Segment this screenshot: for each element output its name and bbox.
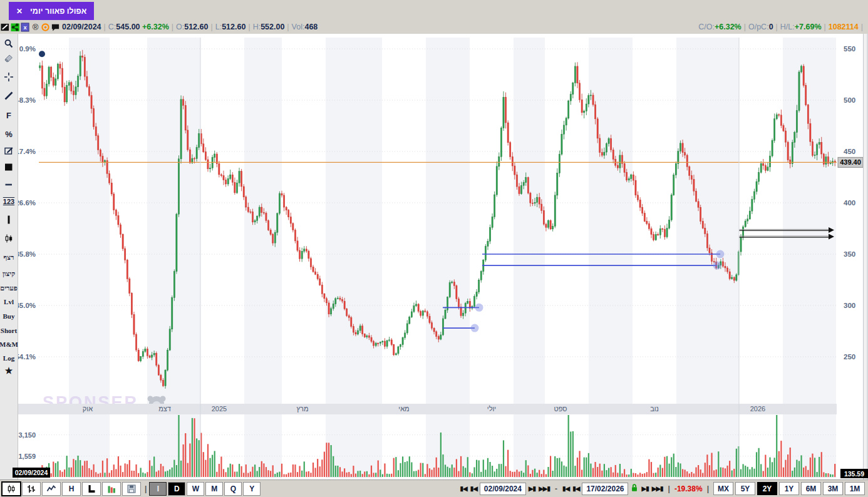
svg-text:450: 450 xyxy=(844,148,855,155)
sidebar-item-mm[interactable]: M&M xyxy=(0,337,18,351)
sidebar-item-levels[interactable]: Lvl xyxy=(0,295,18,309)
stat-label: O/pC: xyxy=(748,23,769,31)
sidebar-item-log-scale[interactable]: Log xyxy=(0,351,18,365)
svg-text:★: ★ xyxy=(5,366,13,376)
sidebar-item-eraser[interactable] xyxy=(0,52,18,66)
range-3m-button[interactable]: 3M xyxy=(823,482,843,495)
sidebar-item-fibonacci[interactable]: F xyxy=(0,108,18,122)
range-1m-button[interactable]: 1M xyxy=(845,482,865,495)
field-separator: | xyxy=(284,23,291,31)
period-m-button[interactable]: M xyxy=(205,482,223,496)
ohlc-bars-button[interactable] xyxy=(22,482,41,496)
save-button[interactable] xyxy=(122,482,141,496)
svg-text:יולי: יולי xyxy=(487,405,496,412)
period-d-button[interactable]: D xyxy=(168,482,185,496)
skip-to-end-icon[interactable]: ▶▶▮ xyxy=(651,485,664,492)
close-icon[interactable]: ✕ xyxy=(16,7,23,16)
excel-icon[interactable]: x xyxy=(21,23,30,32)
registered-icon[interactable]: ® xyxy=(31,23,40,32)
stat-label: C/O: xyxy=(698,23,715,31)
svg-text:מאי: מאי xyxy=(398,405,409,412)
sidebar-item-horizontal-line[interactable] xyxy=(0,178,18,192)
svg-text:400: 400 xyxy=(844,199,855,207)
sidebar-item-gaps[interactable]: פערים xyxy=(0,281,18,295)
range-1y-button[interactable]: 1Y xyxy=(779,482,799,495)
svg-text:250: 250 xyxy=(844,353,855,361)
sidebar-item-vertical-line[interactable] xyxy=(0,213,18,227)
candlestick-button[interactable] xyxy=(1,481,21,496)
range-mx-button[interactable]: MX xyxy=(713,482,733,495)
line-chart-button[interactable] xyxy=(42,482,61,496)
stat-value: 0 xyxy=(769,23,773,31)
x-axis-band: אוקדצמ2025מרץמאייוליספטנוב2026 xyxy=(18,404,837,414)
svg-text:אוק: אוק xyxy=(83,405,93,412)
step-forward-icon[interactable]: ▶▮ xyxy=(528,485,536,492)
sidebar-item-buy[interactable]: Buy xyxy=(0,309,18,323)
axis-min-tag: 135.59 xyxy=(840,469,868,478)
bricks-button[interactable] xyxy=(82,482,101,496)
sidebar-item-numbers[interactable]: 123 xyxy=(0,195,18,208)
sidebar-item-color-swatch[interactable] xyxy=(0,161,18,175)
sidebar-item-short[interactable]: Short xyxy=(0,324,18,337)
svg-text:®: ® xyxy=(33,23,39,32)
volume-style-button[interactable] xyxy=(102,482,121,496)
price-chart[interactable]: SPONSER5500.9%500-8.3%450-17.4%400-26.6%… xyxy=(0,0,868,497)
info-bar: x® 02/09/2024 |C: 545.00 +6.32%|O: 512.6… xyxy=(0,20,868,34)
svg-text:350: 350 xyxy=(844,250,855,258)
sidebar-item-zoom[interactable] xyxy=(0,38,18,51)
skip-to-start-icon[interactable]: ▮◀ xyxy=(562,485,570,492)
sidebar-item-extremes[interactable]: קיצון xyxy=(0,267,18,280)
scrollbar[interactable] xyxy=(863,34,868,479)
sidebar-item-trendline[interactable] xyxy=(0,90,18,103)
start-date-box[interactable]: 02/09/2024 xyxy=(480,483,526,495)
sidebar-item-candle-pattern[interactable] xyxy=(0,232,18,246)
draw-icon[interactable] xyxy=(1,23,10,32)
sidebar-item-percent[interactable]: % xyxy=(0,127,18,141)
range-2y-button[interactable]: 2Y xyxy=(757,482,777,495)
svg-text:ספט: ספט xyxy=(554,405,567,412)
hollow-button[interactable]: H xyxy=(62,482,81,496)
star-icon: ★ xyxy=(4,366,14,377)
range-change-percent: -19.38% xyxy=(674,484,703,493)
step-back-icon[interactable]: ▮◀ xyxy=(470,485,478,492)
stat-label: H/L: xyxy=(780,23,795,31)
info-bar-right: C/O:+6.32%|O/pC:0|H/L:+7.69%|1082114| xyxy=(698,23,868,31)
range-5y-button[interactable]: 5Y xyxy=(735,482,755,495)
target-icon[interactable] xyxy=(41,23,50,32)
sidebar-item-annotate[interactable] xyxy=(0,145,18,158)
share-icon[interactable] xyxy=(11,23,20,32)
start-dot-marker[interactable] xyxy=(39,51,45,57)
field-separator: | xyxy=(822,23,829,31)
svg-text:550: 550 xyxy=(844,45,855,53)
skip-forward-icon[interactable]: ▶▶▮ xyxy=(538,485,550,492)
svg-text:300: 300 xyxy=(844,302,855,309)
crosshair-icon xyxy=(4,72,14,83)
info-icons: x® xyxy=(0,23,62,32)
note-icon xyxy=(4,146,14,157)
sidebar-item-favorites[interactable]: ★ xyxy=(0,364,18,378)
svg-text:דצמ: דצמ xyxy=(158,405,171,412)
start-date-tag: 02/09/2024 xyxy=(13,468,50,478)
period-q-button[interactable]: Q xyxy=(224,482,242,496)
chart-tab[interactable]: ✕ אפולו פאוור יומי xyxy=(9,2,94,20)
sidebar-item-streak[interactable]: רצף xyxy=(0,250,18,264)
skip-to-start-icon[interactable]: ▮◀ xyxy=(459,485,467,492)
period-w-button[interactable]: W xyxy=(187,482,204,496)
step-forward-icon[interactable]: ▶▮ xyxy=(641,485,649,492)
end-date-box[interactable]: 17/02/2026 xyxy=(582,483,628,495)
period-i-button[interactable]: I xyxy=(149,482,167,496)
lock-icon[interactable] xyxy=(630,483,639,494)
range-6m-button[interactable]: 6M xyxy=(801,482,821,495)
svg-text:-8.3%: -8.3% xyxy=(17,96,36,104)
ohlc-field-value: 512.60 xyxy=(184,23,208,31)
date-range-dash: - xyxy=(552,484,560,493)
comment-icon[interactable] xyxy=(51,23,60,32)
field-separator: | xyxy=(169,23,176,31)
period-y-button[interactable]: Y xyxy=(243,482,261,496)
stat-value: +7.69% xyxy=(795,23,822,31)
sidebar-item-crosshair[interactable] xyxy=(0,71,18,85)
ohlc-field-value: 468 xyxy=(304,23,318,31)
svg-text:0.9%: 0.9% xyxy=(19,45,36,53)
svg-text:2025: 2025 xyxy=(212,405,227,412)
step-back-icon[interactable]: ▮◀ xyxy=(572,485,580,492)
